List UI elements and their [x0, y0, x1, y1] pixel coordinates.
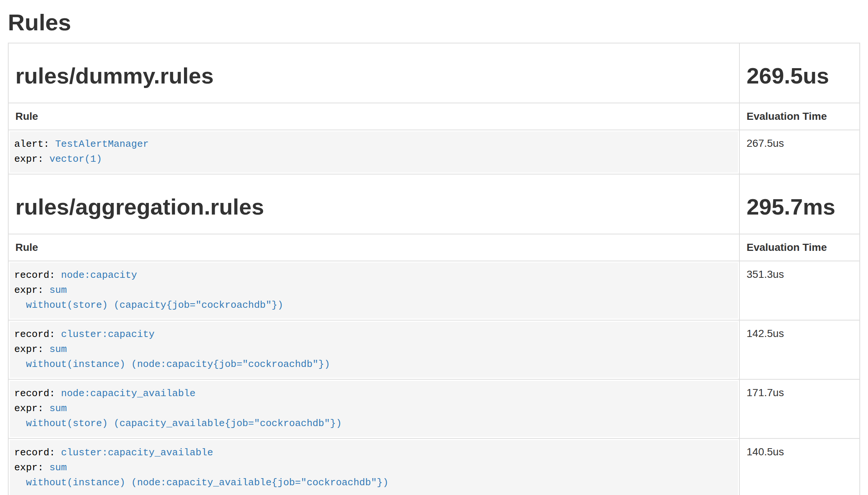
- code-keyword: alert:: [14, 139, 49, 150]
- code-keyword: record:: [14, 329, 55, 340]
- code-line: expr: sum: [14, 401, 733, 416]
- rules-page: Rules rules/dummy.rules 269.5us Rule Eva…: [0, 10, 868, 495]
- group-header-row: rules/dummy.rules 269.5us: [8, 43, 860, 103]
- expression-link[interactable]: without(store) (capacity{job="cockroachd…: [26, 300, 283, 311]
- expression-link[interactable]: node:capacity: [61, 270, 137, 281]
- code-line: record: node:capacity: [14, 268, 733, 283]
- rule-row: record: cluster:capacity_availableexpr: …: [8, 438, 860, 495]
- rule-cell: alert: TestAlertManagerexpr: vector(1): [8, 130, 739, 174]
- code-text: [55, 388, 61, 399]
- code-keyword: record:: [14, 388, 55, 399]
- expression-link[interactable]: sum: [49, 344, 67, 355]
- expression-link[interactable]: cluster:capacity: [61, 329, 155, 340]
- code-line: expr: sum: [14, 342, 733, 357]
- code-text: [43, 154, 49, 165]
- code-keyword: record:: [14, 447, 55, 458]
- expression-link[interactable]: sum: [49, 403, 67, 414]
- columns-header-row: Rule Evaluation Time: [8, 103, 860, 130]
- code-text: [55, 329, 61, 340]
- expression-link[interactable]: cluster:capacity_available: [61, 447, 213, 458]
- rule-definition: record: node:capacityexpr: sum without(s…: [10, 262, 738, 319]
- rule-eval-time: 267.5us: [739, 130, 860, 174]
- rule-definition: alert: TestAlertManagerexpr: vector(1): [10, 131, 738, 173]
- rules-table-body: rules/dummy.rules 269.5us Rule Evaluatio…: [8, 43, 860, 495]
- expression-link[interactable]: vector(1): [49, 154, 102, 165]
- rule-eval-time: 171.7us: [739, 379, 860, 438]
- code-line: expr: sum: [14, 283, 733, 298]
- rule-definition: record: cluster:capacityexpr: sum withou…: [10, 322, 738, 378]
- code-text: [43, 285, 49, 296]
- expression-link[interactable]: node:capacity_available: [61, 388, 196, 399]
- rule-col-header: Rule: [8, 234, 739, 261]
- code-text: [14, 418, 26, 429]
- code-text: [43, 344, 49, 355]
- eval-col-header: Evaluation Time: [739, 103, 860, 130]
- code-line: record: cluster:capacity_available: [14, 445, 733, 460]
- rule-cell: record: cluster:capacity_availableexpr: …: [8, 438, 739, 495]
- code-text: [14, 300, 26, 311]
- group-header-row: rules/aggregation.rules 295.7ms: [8, 174, 860, 234]
- group-eval-time: 295.7ms: [747, 195, 853, 219]
- expression-link[interactable]: without(instance) (node:capacity{job="co…: [26, 359, 330, 370]
- code-keyword: expr:: [14, 344, 43, 355]
- code-text: [14, 477, 26, 488]
- code-line: without(store) (capacity{job="cockroachd…: [14, 298, 733, 313]
- code-line: expr: sum: [14, 460, 733, 475]
- rule-eval-time: 140.5us: [739, 438, 860, 495]
- rule-row: record: cluster:capacityexpr: sum withou…: [8, 320, 860, 379]
- expression-link[interactable]: without(instance) (node:capacity_availab…: [26, 477, 388, 488]
- rule-eval-time: 351.3us: [739, 261, 860, 320]
- code-text: [14, 359, 26, 370]
- rule-col-header: Rule: [8, 103, 739, 130]
- code-line: expr: vector(1): [14, 152, 733, 167]
- rule-definition: record: cluster:capacity_availableexpr: …: [10, 440, 738, 495]
- code-text: [43, 403, 49, 414]
- code-text: [55, 270, 61, 281]
- group-name: rules/dummy.rules: [15, 64, 732, 88]
- rule-cell: record: cluster:capacityexpr: sum withou…: [8, 320, 739, 379]
- expression-link[interactable]: TestAlertManager: [55, 139, 149, 150]
- rule-cell: record: node:capacity_availableexpr: sum…: [8, 379, 739, 438]
- expression-link[interactable]: without(store) (capacity_available{job="…: [26, 418, 342, 429]
- expression-link[interactable]: sum: [49, 285, 67, 296]
- code-line: without(store) (capacity_available{job="…: [14, 416, 733, 431]
- group-eval-cell: 269.5us: [739, 43, 860, 103]
- rule-cell: record: node:capacityexpr: sum without(s…: [8, 261, 739, 320]
- code-line: record: node:capacity_available: [14, 386, 733, 401]
- rules-table: rules/dummy.rules 269.5us Rule Evaluatio…: [8, 43, 860, 495]
- group-eval-cell: 295.7ms: [739, 174, 860, 234]
- rule-row: record: node:capacity_availableexpr: sum…: [8, 379, 860, 438]
- group-name: rules/aggregation.rules: [15, 195, 732, 219]
- group-name-cell: rules/dummy.rules: [8, 43, 739, 103]
- code-keyword: expr:: [14, 285, 43, 296]
- code-line: without(instance) (node:capacity{job="co…: [14, 357, 733, 372]
- code-line: alert: TestAlertManager: [14, 137, 733, 152]
- rule-definition: record: node:capacity_availableexpr: sum…: [10, 381, 738, 437]
- code-text: [55, 447, 61, 458]
- code-line: record: cluster:capacity: [14, 327, 733, 342]
- code-keyword: expr:: [14, 403, 43, 414]
- code-keyword: expr:: [14, 462, 43, 473]
- code-text: [49, 139, 55, 150]
- code-line: without(instance) (node:capacity_availab…: [14, 475, 733, 490]
- columns-header-row: Rule Evaluation Time: [8, 234, 860, 261]
- rule-row: record: node:capacityexpr: sum without(s…: [8, 261, 860, 320]
- code-text: [43, 462, 49, 473]
- code-keyword: expr:: [14, 154, 43, 165]
- group-eval-time: 269.5us: [747, 64, 853, 88]
- rule-row: alert: TestAlertManagerexpr: vector(1) 2…: [8, 130, 860, 174]
- page-title: Rules: [8, 10, 860, 35]
- rule-eval-time: 142.5us: [739, 320, 860, 379]
- expression-link[interactable]: sum: [49, 462, 67, 473]
- group-name-cell: rules/aggregation.rules: [8, 174, 739, 234]
- code-keyword: record:: [14, 270, 55, 281]
- eval-col-header: Evaluation Time: [739, 234, 860, 261]
